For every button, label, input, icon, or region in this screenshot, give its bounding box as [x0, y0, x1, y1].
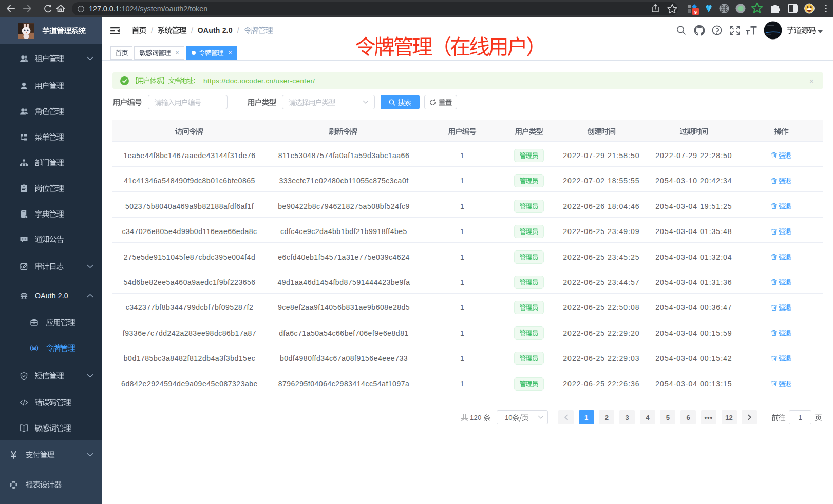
svg-text:9: 9	[694, 10, 697, 15]
